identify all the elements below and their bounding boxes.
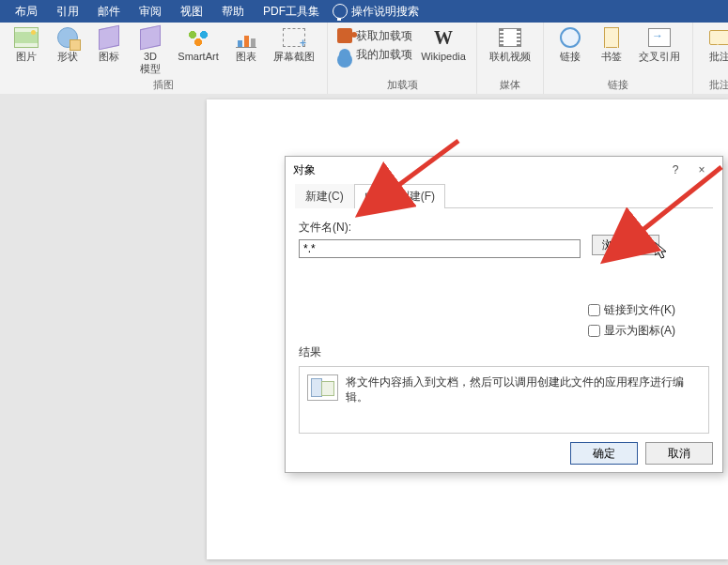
- dialog-close-button[interactable]: ×: [689, 163, 715, 176]
- group-label: 插图: [153, 78, 174, 94]
- result-description: 将文件内容插入到文档，然后可以调用创建此文件的应用程序进行编辑。: [346, 374, 701, 405]
- group-label: 链接: [608, 78, 628, 94]
- btn-online-video[interactable]: 联机视频: [483, 24, 537, 63]
- tab-view[interactable]: 视图: [171, 0, 212, 23]
- addin-store-icon: [337, 28, 352, 43]
- tab-references[interactable]: 引用: [47, 0, 88, 23]
- result-preview: 将文件内容插入到文档，然后可以调用创建此文件的应用程序进行编辑。: [299, 366, 709, 434]
- tell-me-search[interactable]: 操作说明搜索: [333, 4, 419, 20]
- dialog-tabs: 新建(C) 由文件创建(F): [295, 183, 713, 208]
- filename-label: 文件名(N):: [299, 220, 709, 236]
- filename-input[interactable]: [299, 239, 581, 258]
- result-label: 结果: [299, 344, 709, 360]
- tell-me-label: 操作说明搜索: [351, 4, 419, 20]
- ribbon-tabs: 布局 引用 邮件 审阅 视图 帮助 PDF工具集 操作说明搜索: [0, 0, 728, 23]
- cancel-button[interactable]: 取消: [645, 442, 713, 465]
- tab-mailings[interactable]: 邮件: [88, 0, 130, 23]
- dialog-help-button[interactable]: ?: [662, 163, 689, 176]
- group-addins: 获取加载项 我的加载项 WWikipedia 加载项: [328, 23, 477, 94]
- btn-wikipedia[interactable]: WWikipedia: [416, 24, 471, 63]
- btn-pictures[interactable]: 图片: [6, 24, 47, 63]
- chart-icon: [236, 28, 256, 48]
- lightbulb-icon: [333, 4, 348, 19]
- btn-shapes[interactable]: 形状: [47, 24, 88, 63]
- btn-3d-models[interactable]: 3D 模型: [130, 24, 171, 75]
- btn-get-addins[interactable]: 获取加载项: [337, 26, 412, 45]
- btn-bookmark[interactable]: 书签: [591, 24, 632, 63]
- tab-review[interactable]: 审阅: [130, 0, 171, 23]
- display-as-icon-checkbox[interactable]: 显示为图标(A): [584, 322, 675, 340]
- 3d-model-icon: [140, 25, 161, 51]
- dialog-title: 对象: [293, 162, 316, 178]
- icons-icon: [99, 25, 119, 51]
- object-dialog: 对象 ? × 新建(C) 由文件创建(F) 文件名(N): 浏览(B)... 链…: [285, 156, 723, 473]
- link-to-file-checkbox[interactable]: 链接到文件(K): [584, 301, 675, 319]
- ribbon: 图片 形状 图标 3D 模型 SmartArt 图表 屏幕截图 插图 获取加载项…: [0, 23, 728, 95]
- comment-icon: [709, 30, 728, 45]
- group-media: 联机视频 媒体: [477, 23, 544, 94]
- btn-my-addins[interactable]: 我的加载项: [337, 45, 412, 64]
- picture-icon: [14, 27, 39, 48]
- tab-help[interactable]: 帮助: [212, 0, 254, 23]
- group-links: 链接 书签 交叉引用 链接: [544, 23, 693, 94]
- embed-object-icon: [307, 374, 338, 401]
- btn-new-comment[interactable]: 批注: [699, 24, 728, 63]
- browse-button[interactable]: 浏览(B)...: [592, 235, 659, 255]
- group-label: 批注: [709, 78, 728, 94]
- wikipedia-icon: W: [434, 27, 453, 49]
- ok-button[interactable]: 确定: [570, 442, 638, 465]
- group-label: 媒体: [500, 78, 520, 94]
- screenshot-icon: [283, 28, 305, 47]
- btn-chart[interactable]: 图表: [225, 24, 267, 63]
- group-comments: 批注 批注: [693, 23, 728, 94]
- btn-cross-reference[interactable]: 交叉引用: [632, 24, 687, 63]
- dialog-titlebar: 对象 ? ×: [286, 157, 722, 183]
- group-illustrations: 图片 形状 图标 3D 模型 SmartArt 图表 屏幕截图 插图: [0, 23, 328, 94]
- btn-smartart[interactable]: SmartArt: [171, 24, 225, 63]
- group-label: 加载项: [387, 78, 418, 94]
- btn-link[interactable]: 链接: [550, 24, 591, 63]
- btn-screenshot[interactable]: 屏幕截图: [267, 24, 321, 63]
- link-icon: [560, 27, 581, 48]
- tab-layout[interactable]: 布局: [6, 0, 47, 23]
- tab-create-from-file[interactable]: 由文件创建(F): [354, 184, 445, 208]
- smartart-icon: [187, 29, 209, 46]
- tab-pdf-tools[interactable]: PDF工具集: [254, 0, 329, 23]
- btn-icons[interactable]: 图标: [88, 24, 130, 63]
- my-addins-icon: [339, 49, 350, 60]
- shapes-icon: [57, 27, 78, 48]
- cross-ref-icon: [648, 28, 671, 47]
- tab-create-new[interactable]: 新建(C): [295, 184, 354, 208]
- bookmark-icon: [604, 27, 619, 48]
- video-icon: [499, 28, 521, 47]
